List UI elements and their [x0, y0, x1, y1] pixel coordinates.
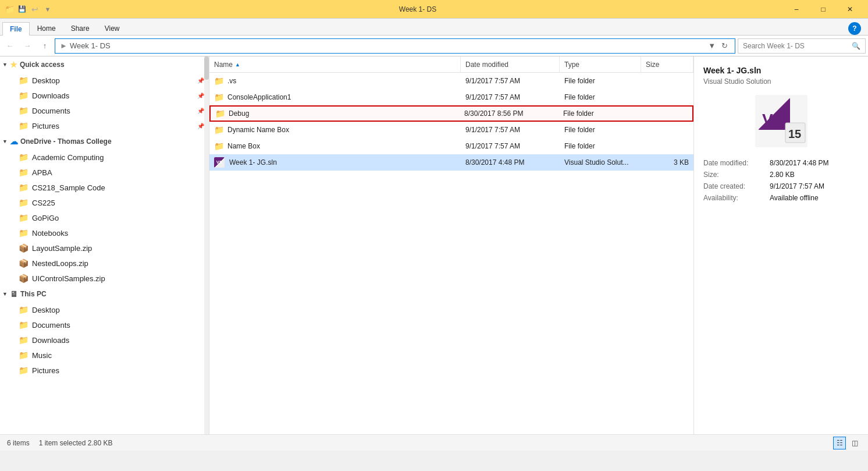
quick-access-label: Quick access — [20, 61, 65, 69]
cell-name: 📁 ConsoleApplication1 — [209, 89, 461, 105]
folder-icon: 📁 — [19, 76, 29, 85]
col-type-label: Type — [564, 61, 579, 69]
view-large-icons-button[interactable]: ◫ — [848, 437, 861, 449]
address-box[interactable]: ► Week 1- DS ▼ ↻ — [55, 38, 735, 54]
back-button[interactable]: ← — [2, 38, 17, 54]
col-date-label: Date modified — [465, 61, 508, 69]
thispc-expand-icon: ▼ — [2, 291, 8, 297]
search-box[interactable]: 🔍 — [738, 38, 866, 54]
properties-icon: ▼ — [43, 5, 52, 14]
sidebar-label: Desktop — [32, 306, 60, 314]
tab-file[interactable]: File — [2, 22, 30, 36]
address-separator: ► — [60, 41, 67, 50]
address-refresh-icon[interactable]: ↻ — [719, 41, 730, 50]
app-icon: 📁 — [5, 5, 14, 14]
tab-view[interactable]: View — [97, 22, 127, 35]
sidebar-item-downloads-pc[interactable]: 📁 Downloads — [0, 332, 209, 348]
sidebar-item-desktop-qa[interactable]: 📁 Desktop 📌 — [0, 73, 209, 88]
sidebar-item-documents-pc[interactable]: 📁 Documents — [0, 317, 209, 332]
sidebar-item-desktop-pc[interactable]: 📁 Desktop — [0, 302, 209, 317]
minimize-button[interactable]: – — [783, 0, 810, 19]
sidebar-section-thispc[interactable]: ▼ 🖥 This PC — [0, 286, 209, 302]
cell-date: 9/1/2017 7:57 AM — [461, 122, 560, 138]
window-controls[interactable]: – □ ✕ — [783, 0, 863, 19]
sidebar-item-apba[interactable]: 📁 APBA — [0, 165, 209, 180]
sidebar-item-music-pc[interactable]: 📁 Music — [0, 348, 209, 363]
sidebar-item-cs225[interactable]: 📁 CS225 — [0, 195, 209, 210]
folder-icon: 📁 — [19, 228, 29, 238]
address-dropdown-icon[interactable]: ▼ — [706, 41, 718, 50]
folder-icon: 📁 — [19, 183, 29, 192]
search-input[interactable] — [743, 42, 849, 50]
sidebar: ▼ ★ Quick access 📁 Desktop 📌 📁 Downloads… — [0, 56, 209, 434]
meta-label-availability: Availability: — [703, 194, 767, 202]
cell-name: VS Week 1- JG.sln — [209, 154, 461, 171]
maximize-button[interactable]: □ — [810, 0, 837, 19]
up-button[interactable]: ↑ — [37, 38, 52, 54]
sidebar-item-uicontrol[interactable]: 📦 UIControlSamples.zip — [0, 271, 209, 286]
close-button[interactable]: ✕ — [837, 0, 863, 19]
search-icon: 🔍 — [852, 42, 860, 50]
file-pane: Name ▲ Date modified Type Size 📁 .vs 9/1… — [209, 56, 693, 434]
sidebar-item-downloads-qa[interactable]: 📁 Downloads 📌 — [0, 88, 209, 103]
onedrive-icon: ☁ — [10, 137, 18, 146]
table-row[interactable]: 📁 Name Box 9/1/2017 7:57 AM File folder — [209, 138, 693, 154]
folder-icon: 📁 — [19, 168, 29, 177]
sidebar-item-academic-computing[interactable]: 📁 Academic Computing — [0, 150, 209, 165]
col-header-size[interactable]: Size — [641, 56, 693, 73]
table-row[interactable]: 📁 .vs 9/1/2017 7:57 AM File folder — [209, 73, 693, 89]
sidebar-item-pictures-pc[interactable]: 📁 Pictures — [0, 363, 209, 378]
cell-size — [641, 122, 693, 138]
cell-size — [641, 138, 693, 154]
sidebar-label: Documents — [32, 107, 70, 115]
cell-size — [641, 89, 693, 105]
title-bar: 📁 💾 ↩ ▼ Week 1- DS – □ ✕ — [0, 0, 868, 19]
sidebar-label: CS225 — [32, 199, 55, 207]
help-icon[interactable]: ? — [848, 22, 861, 35]
quick-access-expand-icon: ▼ — [2, 62, 8, 68]
col-header-type[interactable]: Type — [560, 56, 641, 73]
sidebar-item-gopigo[interactable]: 📁 GoPiGo — [0, 210, 209, 225]
file-name: Dynamic Name Box — [227, 126, 289, 134]
table-row[interactable]: VS Week 1- JG.sln 8/30/2017 4:48 PM Visu… — [209, 154, 693, 171]
tab-home[interactable]: Home — [30, 22, 63, 35]
col-header-name[interactable]: Name ▲ — [209, 56, 461, 73]
pin-icon: 📌 — [197, 93, 204, 99]
svg-text:15: 15 — [788, 128, 801, 140]
details-filename: Week 1- JG.sln — [703, 66, 859, 75]
sidebar-label: CS218_Sample Code — [32, 183, 105, 192]
sidebar-label: GoPiGo — [32, 214, 59, 222]
sidebar-label: Pictures — [32, 366, 59, 375]
details-icon-area: VS 15 — [703, 95, 859, 147]
col-header-date[interactable]: Date modified — [461, 56, 560, 73]
folder-icon: 📁 — [19, 106, 29, 115]
folder-icon: 📁 — [215, 109, 225, 118]
pin-icon: 📌 — [197, 123, 204, 129]
table-row[interactable]: 📁 Dynamic Name Box 9/1/2017 7:57 AM File… — [209, 122, 693, 138]
sidebar-section-onedrive[interactable]: ▼ ☁ OneDrive - Thomas College — [0, 133, 209, 150]
sidebar-item-cs218[interactable]: 📁 CS218_Sample Code — [0, 180, 209, 195]
sidebar-section-quick-access[interactable]: ▼ ★ Quick access — [0, 56, 209, 73]
sidebar-item-layoutsample[interactable]: 📦 LayoutSample.zip — [0, 240, 209, 256]
meta-label-size: Size: — [703, 171, 767, 179]
window-title: Week 1- DS — [52, 5, 783, 13]
sidebar-item-notebooks[interactable]: 📁 Notebooks — [0, 225, 209, 240]
table-row[interactable]: 📁 ConsoleApplication1 9/1/2017 7:57 AM F… — [209, 89, 693, 105]
quick-access-icon: ★ — [10, 60, 17, 69]
cell-size — [641, 73, 693, 89]
sidebar-label: Documents — [32, 321, 70, 330]
table-row[interactable]: 📁 Debug 8/30/2017 8:56 PM File folder — [209, 105, 693, 122]
sidebar-label: Academic Computing — [32, 153, 104, 162]
sidebar-item-nestedloops[interactable]: 📦 NestedLoops.zip — [0, 256, 209, 271]
details-filetype: Visual Studio Solution — [703, 77, 859, 86]
sidebar-label: LayoutSample.zip — [32, 244, 92, 253]
tab-share[interactable]: Share — [63, 22, 97, 35]
forward-button[interactable]: → — [20, 38, 35, 54]
sidebar-item-pictures-qa[interactable]: 📁 Pictures 📌 — [0, 118, 209, 133]
col-name-label: Name — [214, 61, 233, 69]
sidebar-item-documents-qa[interactable]: 📁 Documents 📌 — [0, 103, 209, 118]
cell-name: 📁 Debug — [211, 105, 460, 122]
view-details-button[interactable]: ☷ — [833, 437, 846, 449]
folder-icon: 📁 — [214, 141, 224, 151]
folder-icon: 📁 — [19, 121, 29, 130]
